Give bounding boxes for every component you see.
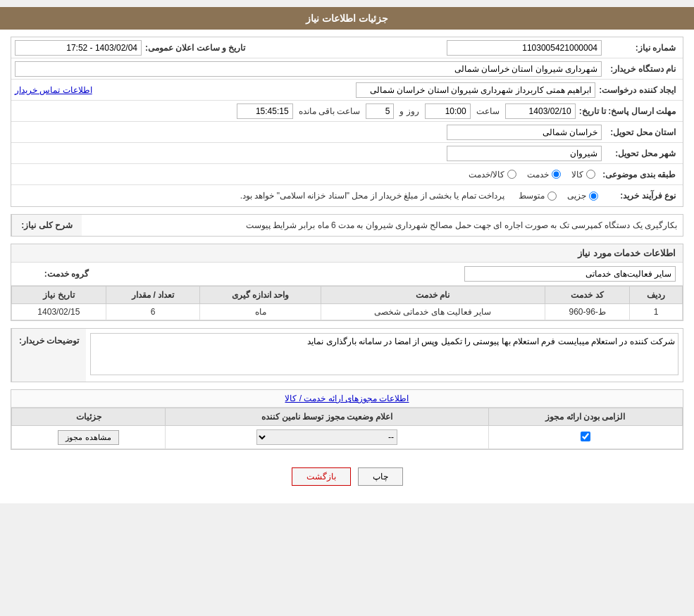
process-type-content: جزیی متوسط پرداخت تمام یا بخشی از مبلغ خ… xyxy=(15,189,602,203)
col-date: تاریخ نیاز xyxy=(12,287,106,304)
radio-kala-khedmat: کالا/خدمت xyxy=(469,170,516,180)
process-radios: جزیی متوسط xyxy=(515,189,602,203)
col-service-name: نام خدمت xyxy=(321,287,545,304)
permit-table-body: -- مشاهده مجوز xyxy=(12,426,683,449)
cell-service-name: سایر فعالیت های خدماتی شخصی xyxy=(321,304,545,320)
print-button[interactable]: چاپ xyxy=(358,467,403,486)
top-info-section: شماره نیاز: تاریخ و ساعت اعلان عمومی: نا… xyxy=(11,37,683,207)
buyer-org-input[interactable] xyxy=(15,61,602,77)
deadline-remaining-input[interactable] xyxy=(237,103,293,119)
need-description-inner: بکارگیری یک دستگاه کمپرسی تک به صورت اجا… xyxy=(11,215,683,236)
services-section-title: اطلاعات خدمات مورد نیاز xyxy=(11,244,683,263)
classification-radios: کالا خدمت کالا/خدمت xyxy=(465,168,599,182)
permit-row: -- مشاهده مجوز xyxy=(12,426,683,449)
deadline-date-input[interactable] xyxy=(505,103,576,119)
radio-khedmat-input[interactable] xyxy=(552,170,561,179)
service-group-value-box xyxy=(89,266,676,282)
permit-col-required: الزامی بودن ارائه مجوز xyxy=(489,408,683,426)
need-number-input[interactable] xyxy=(447,40,602,56)
need-description-content: بکارگیری یک دستگاه کمپرسی تک به صورت اجا… xyxy=(82,215,683,236)
city-input[interactable] xyxy=(447,146,602,161)
col-row-num: ردیف xyxy=(630,287,683,304)
back-button[interactable]: بازگشت xyxy=(292,467,351,486)
buyer-notes-box: شرکت کننده در استعلام میبایست فرم استعلا… xyxy=(11,328,683,382)
date-input[interactable] xyxy=(15,40,142,56)
city-row: شهر محل تحویل: xyxy=(11,143,683,164)
requester-label: ایجاد کننده درخواست: xyxy=(595,85,679,95)
service-group-row: گروه خدمت: xyxy=(11,263,683,286)
permit-status-cell: -- xyxy=(166,426,489,449)
province-input[interactable] xyxy=(447,125,602,140)
buyer-notes-textarea[interactable]: شرکت کننده در استعلام میبایست فرم استعلا… xyxy=(90,333,678,375)
need-number-label: شماره نیاز: xyxy=(602,43,679,53)
radio-khedmat-label: خدمت xyxy=(527,170,549,180)
col-quantity: تعداد / مقدار xyxy=(106,287,200,304)
service-group-input[interactable] xyxy=(464,266,676,282)
days-label: روز و xyxy=(397,106,421,116)
radio-jozii-input[interactable] xyxy=(589,191,598,201)
cell-row-num: 1 xyxy=(630,304,683,320)
province-row: استان محل تحویل: xyxy=(11,122,683,143)
classification-label: طبقه بندی موضوعی: xyxy=(599,170,679,180)
cell-unit: ماه xyxy=(200,304,321,320)
col-service-code: کد خدمت xyxy=(545,287,629,304)
need-description-label: شرح کلی نیاز: xyxy=(11,215,82,236)
permit-required-cell xyxy=(489,426,683,449)
cell-service-code: ط-96-960 xyxy=(545,304,629,320)
page-header: جزئیات اطلاعات نیاز xyxy=(0,7,694,30)
permit-required-checkbox[interactable] xyxy=(581,432,590,441)
deadline-time-input[interactable] xyxy=(425,103,471,119)
permit-table: الزامی بودن ارائه مجوز اعلام وضعیت مجوز … xyxy=(11,408,683,449)
process-note: پرداخت تمام یا بخشی از مبلغ خریدار از مح… xyxy=(15,191,504,201)
services-table: ردیف کد خدمت نام خدمت واحد اندازه گیری ت… xyxy=(11,286,683,320)
radio-khedmat: خدمت xyxy=(527,170,561,180)
services-table-container: ردیف کد خدمت نام خدمت واحد اندازه گیری ت… xyxy=(11,286,683,320)
deadline-label: مهلت ارسال پاسخ: تا تاریخ: xyxy=(576,106,679,116)
process-type-row: نوع فرآیند خرید: جزیی متوسط پرداخت تمام … xyxy=(11,185,683,206)
deadline-row: مهلت ارسال پاسخ: تا تاریخ: ساعت روز و سا… xyxy=(11,101,683,122)
permit-header-row: الزامی بودن ارائه مجوز اعلام وضعیت مجوز … xyxy=(12,408,683,426)
need-description-text: بکارگیری یک دستگاه کمپرسی تک به صورت اجا… xyxy=(246,220,677,230)
need-description-box: بکارگیری یک دستگاه کمپرسی تک به صورت اجا… xyxy=(11,214,683,237)
radio-motavaset: متوسط xyxy=(519,191,557,201)
col-unit: واحد اندازه گیری xyxy=(200,287,321,304)
services-table-head: ردیف کد خدمت نام خدمت واحد اندازه گیری ت… xyxy=(12,287,683,304)
permit-table-head: الزامی بودن ارائه مجوز اعلام وضعیت مجوز … xyxy=(12,408,683,426)
classification-row: طبقه بندی موضوعی: کالا خدمت کالا/خدمت xyxy=(11,164,683,185)
permit-col-status: اعلام وضعیت مجوز توسط نامین کننده xyxy=(166,408,489,426)
permit-section: اطلاعات مجوزهای ارائه خدمت / کالا الزامی… xyxy=(11,389,683,450)
requester-input[interactable] xyxy=(356,82,595,98)
content-area: شماره نیاز: تاریخ و ساعت اعلان عمومی: نا… xyxy=(0,30,694,503)
radio-kala: کالا xyxy=(571,170,595,180)
process-type-label: نوع فرآیند خرید: xyxy=(602,191,679,201)
table-row: 1 ط-96-960 سایر فعالیت های خدماتی شخصی م… xyxy=(12,304,683,320)
requester-row: ایجاد کننده درخواست: اطلاعات تماس خریدار xyxy=(11,80,683,101)
permit-section-title[interactable]: اطلاعات مجوزهای ارائه خدمت / کالا xyxy=(11,390,683,408)
radio-kala-input[interactable] xyxy=(586,170,595,179)
buyer-notes-content: شرکت کننده در استعلام میبایست فرم استعلا… xyxy=(86,329,683,382)
time-label: ساعت xyxy=(474,106,502,116)
cell-date: 1403/02/15 xyxy=(12,304,106,320)
services-table-header-row: ردیف کد خدمت نام خدمت واحد اندازه گیری ت… xyxy=(12,287,683,304)
deadline-days-input[interactable] xyxy=(366,103,394,119)
page-title: جزئیات اطلاعات نیاز xyxy=(306,13,388,24)
need-number-row: شماره نیاز: تاریخ و ساعت اعلان عمومی: xyxy=(11,37,683,58)
radio-jozii-label: جزیی xyxy=(567,191,586,201)
radio-motavaset-label: متوسط xyxy=(519,191,545,201)
buyer-org-row: نام دستگاه خریدار: xyxy=(11,58,683,80)
permit-status-select[interactable]: -- xyxy=(256,429,397,445)
view-permit-button[interactable]: مشاهده مجوز xyxy=(58,430,118,445)
permit-details-cell: مشاهده مجوز xyxy=(12,426,166,449)
radio-jozii: جزیی xyxy=(567,191,598,201)
city-label: شهر محل تحویل: xyxy=(602,149,679,158)
radio-kala-khedmat-label: کالا/خدمت xyxy=(469,170,504,180)
services-section: اطلاعات خدمات مورد نیاز گروه خدمت: ردیف … xyxy=(11,244,683,321)
radio-motavaset-input[interactable] xyxy=(547,191,557,201)
contact-link[interactable]: اطلاعات تماس خریدار xyxy=(15,85,92,95)
service-group-label: گروه خدمت: xyxy=(18,269,89,279)
services-table-body: 1 ط-96-960 سایر فعالیت های خدماتی شخصی م… xyxy=(12,304,683,320)
buyer-notes-label: توضیحات خریدار: xyxy=(11,329,86,382)
radio-kala-khedmat-input[interactable] xyxy=(507,170,516,179)
page-container: جزئیات اطلاعات نیاز شماره نیاز: تاریخ و … xyxy=(0,7,694,503)
cell-quantity: 6 xyxy=(106,304,200,320)
